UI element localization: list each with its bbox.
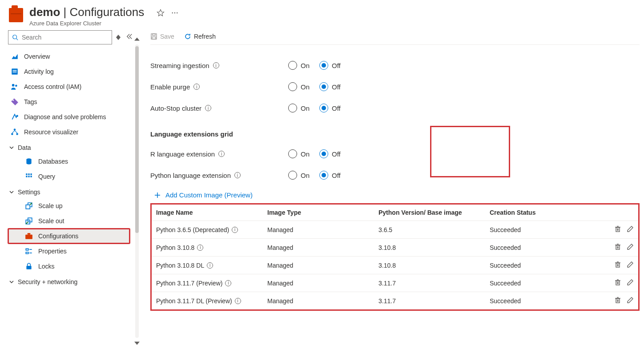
info-icon[interactable]: i <box>234 172 241 178</box>
info-icon[interactable]: i <box>207 262 213 269</box>
nav-item-properties[interactable]: Properties <box>8 244 130 259</box>
nav-item-tags[interactable]: Tags <box>8 94 130 109</box>
nav-item-diagnose[interactable]: Diagnose and solve problems <box>8 109 130 124</box>
overview-icon <box>11 52 19 60</box>
images-table-highlight: Image Name Image Type Python Version/ Ba… <box>150 203 640 311</box>
svg-point-12 <box>16 115 18 116</box>
resource-visualizer-icon <box>11 128 19 136</box>
nav-scrollbar-thumb[interactable] <box>135 46 139 233</box>
setting-label-text: Python language extension <box>150 172 231 179</box>
edit-icon[interactable] <box>627 297 634 305</box>
configurations-icon <box>25 232 33 240</box>
svg-rect-43 <box>616 245 620 249</box>
delete-icon[interactable] <box>614 297 621 305</box>
nav-item-access-control[interactable]: Access control (IAM) <box>8 79 130 94</box>
svg-rect-26 <box>25 235 32 239</box>
favorite-star-icon[interactable] <box>157 9 165 17</box>
nav-item-label: Overview <box>24 53 50 60</box>
radio-streaming-off[interactable]: Off <box>319 61 341 70</box>
nav-item-configurations[interactable]: Configurations <box>8 229 130 244</box>
edit-icon[interactable] <box>627 225 634 234</box>
images-table: Image Name Image Type Python Version/ Ba… <box>152 205 638 309</box>
svg-rect-27 <box>28 233 31 234</box>
svg-rect-7 <box>13 70 17 71</box>
svg-rect-34 <box>153 34 155 36</box>
refresh-label: Refresh <box>194 33 216 40</box>
nav-item-databases[interactable]: Databases <box>8 154 130 169</box>
image-type: Managed <box>263 239 374 257</box>
svg-rect-29 <box>26 252 28 253</box>
image-name: Python 3.11.7 (Preview) <box>156 280 222 287</box>
info-icon[interactable]: i <box>232 227 238 233</box>
radio-py-off[interactable]: Off <box>319 171 341 180</box>
nav-group-label: Security + networking <box>18 278 77 285</box>
image-type: Managed <box>263 257 374 274</box>
col-image-name: Image Name <box>152 205 263 221</box>
nav-item-activity-log[interactable]: Activity log <box>8 64 130 79</box>
nav-item-resource-visualizer[interactable]: Resource visualizer <box>8 124 130 140</box>
nav-item-label: Locks <box>38 263 55 270</box>
info-icon[interactable]: i <box>205 105 211 111</box>
setting-label-text: Streaming ingestion <box>150 62 209 69</box>
nav-group-data[interactable]: Data <box>8 140 130 154</box>
nav-item-query[interactable]: Query <box>8 169 130 184</box>
nav-scrollbar[interactable] <box>135 44 139 338</box>
setting-enable-purge: Enable purgei On Off <box>150 76 640 97</box>
radio-r-off[interactable]: Off <box>319 149 341 158</box>
page-subtitle: Azure Data Explorer Cluster <box>29 20 144 27</box>
nav-item-scale-out[interactable]: Scale out <box>8 213 130 229</box>
radio-r-on[interactable]: On <box>288 149 310 158</box>
delete-icon[interactable] <box>614 261 621 269</box>
svg-rect-21 <box>28 176 29 177</box>
refresh-button[interactable]: Refresh <box>184 33 216 40</box>
svg-point-11 <box>12 100 14 101</box>
edit-icon[interactable] <box>627 261 634 269</box>
query-icon <box>25 172 33 181</box>
svg-line-5 <box>16 39 18 40</box>
info-icon[interactable]: i <box>225 280 231 286</box>
nav-item-locks[interactable]: Locks <box>8 259 130 274</box>
setting-label-text: Auto-Stop cluster <box>150 104 201 112</box>
delete-icon[interactable] <box>614 279 621 287</box>
add-custom-image-button[interactable]: Add Custom Image (Preview) <box>154 191 640 199</box>
activity-log-icon <box>11 68 19 76</box>
svg-rect-38 <box>616 228 620 232</box>
resource-toolbox-icon <box>9 8 23 22</box>
nav-group-security[interactable]: Security + networking <box>8 274 130 288</box>
setting-python-extension: Python language extensioni On Off <box>150 164 640 186</box>
nav-item-label: Databases <box>38 158 68 165</box>
edit-icon[interactable] <box>627 243 634 252</box>
svg-rect-35 <box>152 37 156 39</box>
collapse-nav-icon[interactable] <box>125 32 134 43</box>
radio-autostop-off[interactable]: Off <box>319 104 341 112</box>
radio-autostop-on[interactable]: On <box>288 104 310 112</box>
setting-label-text: Enable purge <box>150 83 190 91</box>
info-icon[interactable]: i <box>235 298 241 304</box>
radio-py-on[interactable]: On <box>288 171 310 180</box>
delete-icon[interactable] <box>614 225 621 234</box>
info-icon[interactable]: i <box>197 245 203 251</box>
table-row: Python 3.10.8iManaged3.10.8Succeeded <box>152 239 638 257</box>
delete-icon[interactable] <box>614 243 621 252</box>
nav-search-input[interactable] <box>21 33 108 41</box>
col-python-version: Python Version/ Base image <box>374 205 485 221</box>
info-icon[interactable]: i <box>218 151 225 157</box>
info-icon[interactable]: i <box>213 62 219 68</box>
radio-purge-on[interactable]: On <box>288 82 310 91</box>
info-icon[interactable]: i <box>193 84 200 90</box>
nav-item-label: Scale up <box>38 202 62 209</box>
nav-group-settings[interactable]: Settings <box>8 184 130 198</box>
tags-icon <box>11 98 19 106</box>
nav-search-box[interactable] <box>8 30 112 44</box>
svg-rect-23 <box>26 205 30 209</box>
nav-sort-toggle[interactable] <box>116 35 121 40</box>
nav-item-scale-up[interactable]: Scale up <box>8 198 130 213</box>
nav-item-overview[interactable]: Overview <box>8 49 130 64</box>
image-status: Succeeded <box>485 239 603 257</box>
more-ellipsis-icon[interactable] <box>171 9 179 17</box>
radio-streaming-on[interactable]: On <box>288 61 310 70</box>
radio-purge-off[interactable]: Off <box>319 82 341 91</box>
edit-icon[interactable] <box>627 279 634 287</box>
col-image-type: Image Type <box>263 205 374 221</box>
properties-icon <box>25 247 33 255</box>
